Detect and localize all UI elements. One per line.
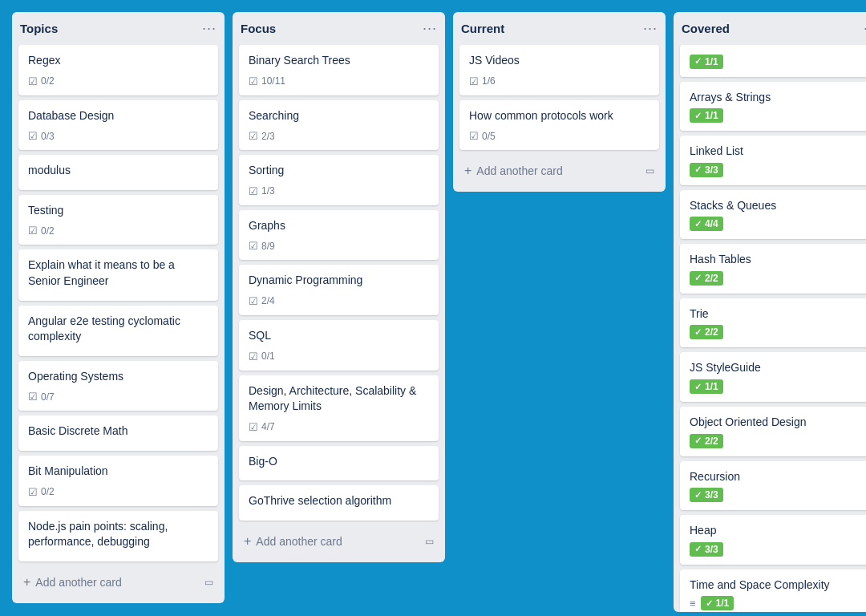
card-badge-normal: ☑ 0/2 (28, 225, 55, 237)
column-topics: Topics···Regex☑ 0/2Database Design☑ 0/3m… (12, 12, 225, 603)
card-item[interactable]: Angular e2e testing cyclomatic complexit… (18, 306, 218, 356)
card-title: Object Oriented Design (690, 415, 866, 431)
card-item[interactable]: Searching☑ 2/3 (239, 100, 439, 151)
add-card-label: Add another card (476, 164, 562, 177)
card-title: modulus (28, 163, 208, 179)
card-badge-row: ✓1/1 (690, 108, 866, 123)
card-badge-green: ✓3/3 (690, 488, 723, 502)
card-badge-row: ✓2/2 (690, 434, 866, 448)
card-item[interactable]: Database Design☑ 0/3 (18, 100, 218, 151)
card-item[interactable]: Big-O (239, 446, 439, 481)
card-badge-normal: ☑ 4/7 (249, 421, 275, 433)
card-title: JS Videos (469, 53, 650, 69)
column-menu-focus[interactable]: ··· (423, 20, 437, 37)
card-top-badge[interactable]: ✓1/1 (680, 45, 866, 77)
column-menu-current[interactable]: ··· (643, 20, 658, 37)
card-item[interactable]: JS StyleGuide✓1/1 (680, 352, 866, 402)
card-item[interactable]: Graphs☑ 8/9 (239, 210, 439, 261)
card-badge-row: ✓4/4 (690, 217, 866, 231)
column-header-current: Current··· (459, 20, 659, 37)
card-badge-normal: ☑ 0/2 (28, 75, 55, 87)
card-template-icon[interactable]: ▭ (425, 536, 434, 547)
card-title: Database Design (28, 108, 208, 124)
board: Topics···Regex☑ 0/2Database Design☑ 0/3m… (8, 8, 858, 616)
card-title: GoThrive selection algorithm (249, 493, 429, 509)
card-badge-row: ☑ 0/1 (249, 347, 429, 363)
card-title: Stacks & Queues (690, 198, 866, 214)
card-badge-row: ✓3/3 (690, 542, 866, 557)
add-card-label: Add another card (35, 576, 121, 589)
card-title: SQL (249, 328, 429, 344)
card-title: Dynamic Programming (249, 273, 429, 289)
card-item[interactable]: Arrays & Strings✓1/1 (680, 82, 866, 132)
card-badge-normal: ☑ 8/9 (249, 240, 275, 252)
column-title-topics: Topics (20, 22, 58, 35)
card-badge-row: ☑ 10/11 (249, 72, 429, 87)
card-item[interactable]: Binary Search Trees☑ 10/11 (239, 45, 439, 95)
add-card-left: +Add another card (464, 164, 563, 177)
card-title: Angular e2e testing cyclomatic complexit… (28, 314, 208, 345)
card-badge-normal: ☑ 0/2 (28, 486, 55, 498)
card-badge-normal: ☑ 0/7 (28, 391, 55, 403)
card-title: Basic Discrete Math (28, 424, 208, 440)
card-badge-row: ☑ 0/7 (28, 387, 208, 403)
add-card-button-current[interactable]: +Add another card▭ (459, 158, 659, 184)
card-badge-normal: ☑ 0/1 (249, 351, 275, 363)
add-card-button-focus[interactable]: +Add another card▭ (239, 529, 439, 554)
card-item[interactable]: Sorting☑ 1/3 (239, 155, 439, 205)
plus-icon: + (244, 535, 251, 548)
card-title: Recursion (690, 469, 866, 485)
card-item[interactable]: Stacks & Queues✓4/4 (680, 190, 866, 240)
card-item[interactable]: Recursion✓3/3 (680, 461, 866, 511)
card-badge-normal: ☑ 1/3 (249, 185, 275, 197)
card-item[interactable]: Design, Architecture, Scalability & Memo… (239, 375, 439, 441)
card-title: Trie (690, 306, 866, 322)
card-badge-row: ☑ 4/7 (249, 418, 429, 433)
card-item[interactable]: modulus (18, 155, 218, 190)
card-title: Time and Space Complexity (690, 578, 866, 594)
card-item[interactable]: Heap✓3/3 (680, 515, 866, 565)
card-template-icon[interactable]: ▭ (204, 577, 213, 588)
card-title: Bit Manipulation (28, 464, 208, 480)
card-item[interactable]: Time and Space Complexity≡✓1/1 (680, 569, 866, 612)
card-item[interactable]: How common protocols work☑ 0/5 (459, 100, 659, 151)
card-badge-normal: ☑ 10/11 (249, 75, 285, 87)
card-badge-green: ✓2/2 (690, 271, 723, 286)
card-item[interactable]: SQL☑ 0/1 (239, 320, 439, 371)
card-item[interactable]: Object Oriented Design✓2/2 (680, 407, 866, 456)
column-title-focus: Focus (241, 22, 276, 35)
card-badge-green: ✓1/1 (701, 596, 734, 610)
card-badge-row: ≡✓1/1 (690, 596, 866, 610)
card-title: Graphs (249, 218, 429, 234)
card-badge-row: ☑ 1/3 (249, 182, 429, 197)
card-title: Explain what it means to be a Senior Eng… (28, 257, 208, 289)
card-item[interactable]: Testing☑ 0/2 (18, 195, 218, 245)
card-badge-normal: ☑ 0/5 (469, 130, 496, 142)
card-item[interactable]: Regex☑ 0/2 (18, 45, 218, 95)
card-item[interactable]: Trie✓2/2 (680, 298, 866, 348)
card-item[interactable]: Hash Tables✓2/2 (680, 244, 866, 294)
card-item[interactable]: Dynamic Programming☑ 2/4 (239, 265, 439, 315)
card-title: Regex (28, 53, 208, 69)
card-item[interactable]: GoThrive selection algorithm (239, 485, 439, 521)
add-card-button-topics[interactable]: +Add another card▭ (18, 569, 218, 595)
card-item[interactable]: Node.js pain points: scaling, performanc… (18, 511, 218, 561)
card-template-icon[interactable]: ▭ (645, 165, 654, 176)
card-badge-green: ✓2/2 (690, 434, 723, 448)
card-title: How common protocols work (469, 108, 650, 124)
card-item[interactable]: Explain what it means to be a Senior Eng… (18, 249, 218, 300)
card-badge-normal: ☑ 2/4 (249, 295, 275, 307)
card-badge-green: ✓1/1 (690, 379, 723, 394)
column-menu-topics[interactable]: ··· (202, 20, 216, 37)
card-item[interactable]: Basic Discrete Math (18, 415, 218, 451)
card-badge-row: ✓3/3 (690, 488, 866, 502)
card-title: Linked List (690, 144, 866, 160)
card-item[interactable]: JS Videos☑ 1/6 (459, 45, 659, 95)
card-item[interactable]: Operating Systems☑ 0/7 (18, 361, 218, 411)
card-title: Heap (690, 523, 866, 539)
card-item[interactable]: Linked List✓3/3 (680, 136, 866, 185)
card-badge-row: ✓2/2 (690, 325, 866, 339)
plus-icon: + (23, 576, 30, 589)
card-title: Searching (249, 108, 429, 124)
card-item[interactable]: Bit Manipulation☑ 0/2 (18, 456, 218, 506)
